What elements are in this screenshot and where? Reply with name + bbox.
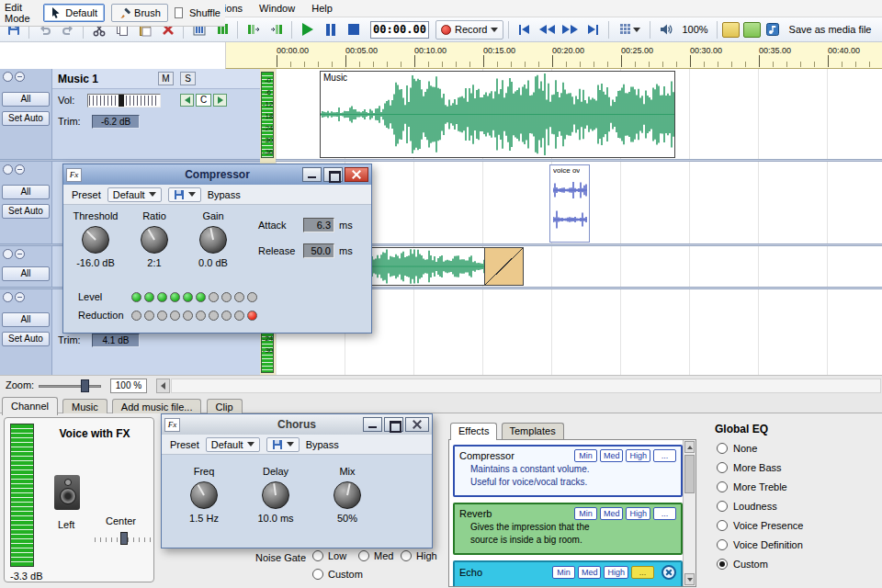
menu-window[interactable]: Window xyxy=(251,1,303,16)
timeline-ruler[interactable]: 00:00.00 00:05.00 00:10.00 00:15.00 00:2… xyxy=(225,42,882,69)
eq-option-none[interactable]: None xyxy=(717,443,757,454)
record-button[interactable]: Record xyxy=(435,20,503,40)
close-button[interactable] xyxy=(405,417,429,432)
track-1-all-button[interactable]: All xyxy=(2,92,50,107)
effect-high-button[interactable]: High xyxy=(626,449,650,462)
track-1-set-auto-button[interactable]: Set Auto xyxy=(2,111,50,126)
music-audio-clip[interactable]: Music xyxy=(320,71,675,158)
scroll-up-button[interactable] xyxy=(684,441,695,453)
master-volume-button[interactable] xyxy=(655,19,676,40)
maximize-button[interactable] xyxy=(323,167,343,182)
track-options-button[interactable] xyxy=(15,164,25,175)
menu-help[interactable]: Help xyxy=(303,1,341,16)
noise-gate-low-option[interactable]: Low xyxy=(312,550,346,561)
close-button[interactable] xyxy=(345,167,368,182)
noise-gate-med-option[interactable]: Med xyxy=(358,550,393,561)
pan-left-button[interactable] xyxy=(180,94,194,107)
play-button[interactable] xyxy=(297,19,318,40)
radio-icon[interactable] xyxy=(717,481,728,492)
radio-icon[interactable] xyxy=(717,501,728,512)
eq-option-voice-presence[interactable]: Voice Presence xyxy=(717,520,803,531)
zoom-value[interactable]: 100 % xyxy=(110,379,147,393)
track-4-all-button[interactable]: All xyxy=(2,312,50,327)
track-collapse-button[interactable] xyxy=(3,72,13,82)
track-options-button[interactable] xyxy=(15,72,25,82)
eq-option-more-treble[interactable]: More Treble xyxy=(717,481,787,492)
radio-icon[interactable] xyxy=(358,550,369,561)
noise-gate-custom-option[interactable]: Custom xyxy=(312,569,363,580)
zoom-slider-thumb[interactable] xyxy=(81,379,89,392)
punch-in-toggle[interactable] xyxy=(722,22,740,38)
pan-right-button[interactable] xyxy=(213,94,227,107)
radio-icon[interactable] xyxy=(717,462,728,473)
eq-option-voice-definition[interactable]: Voice Definition xyxy=(717,539,803,550)
radio-selected-icon[interactable] xyxy=(717,559,728,570)
track-1-mute-button[interactable]: M xyxy=(158,72,174,85)
radio-icon[interactable] xyxy=(717,520,728,531)
effect-min-button[interactable]: Min xyxy=(552,566,575,579)
horizontal-scrollbar[interactable] xyxy=(171,379,881,393)
tab-effects[interactable]: Effects xyxy=(450,423,497,440)
ratio-knob[interactable] xyxy=(141,226,168,254)
edit-mode-brush-button[interactable]: Brush xyxy=(111,4,168,22)
grid-snap-button[interactable] xyxy=(614,19,645,40)
effects-scrollbar[interactable] xyxy=(683,440,695,586)
effect-item-reverb[interactable]: Reverb Min Med High ... Gives the impres… xyxy=(453,503,683,555)
mix-knob[interactable] xyxy=(334,481,361,509)
eq-option-more-bass[interactable]: More Bass xyxy=(717,462,782,473)
pan-slider-thumb[interactable] xyxy=(120,532,128,545)
output-monitor-button[interactable] xyxy=(266,19,287,40)
effect-high-button[interactable]: High xyxy=(626,507,650,520)
delay-knob[interactable] xyxy=(262,481,289,509)
radio-icon[interactable] xyxy=(717,539,728,550)
tab-channel[interactable]: Channel xyxy=(2,397,58,415)
track-collapse-button[interactable] xyxy=(3,292,13,302)
save-media-button[interactable] xyxy=(763,19,784,40)
scrollbar-thumb[interactable] xyxy=(684,455,695,493)
edit-mode-default-button[interactable]: Default xyxy=(43,4,105,22)
voice-over-clip[interactable]: voice ov xyxy=(549,164,590,243)
preset-menu[interactable]: Preset xyxy=(170,439,199,450)
track-2-set-auto-button[interactable]: Set Auto xyxy=(2,204,50,219)
shuffle-checkbox[interactable] xyxy=(175,7,183,18)
track-1-name[interactable]: Music 1 xyxy=(58,73,98,85)
tab-templates[interactable]: Templates xyxy=(502,423,564,439)
eq-option-custom[interactable]: Custom xyxy=(717,559,768,570)
track-4-trim-value[interactable]: 4.1 dB xyxy=(92,334,140,347)
save-preset-button[interactable] xyxy=(266,437,300,452)
volume-slider-thumb[interactable] xyxy=(119,95,124,107)
scroll-down-button[interactable] xyxy=(684,573,695,585)
track-1-trim-value[interactable]: -6.2 dB xyxy=(92,115,140,129)
effect-med-button[interactable]: Med xyxy=(600,449,624,462)
track-options-button[interactable] xyxy=(15,249,25,259)
pan-center-indicator[interactable]: C xyxy=(196,94,211,107)
maximize-button[interactable] xyxy=(384,417,403,432)
save-preset-button[interactable] xyxy=(168,187,201,202)
fast-forward-button[interactable] xyxy=(560,19,581,40)
threshold-knob[interactable] xyxy=(82,226,109,254)
record-dropdown-arrow[interactable] xyxy=(491,28,498,32)
pause-button[interactable] xyxy=(320,19,341,40)
attack-value-field[interactable]: 6.3 xyxy=(303,218,334,232)
track-3-all-button[interactable]: All xyxy=(2,266,50,281)
preset-select[interactable]: Default xyxy=(107,187,162,202)
track-4-set-auto-button[interactable]: Set Auto xyxy=(2,332,50,346)
input-monitor-button[interactable] xyxy=(243,19,264,40)
effect-more-button[interactable]: ... xyxy=(653,449,676,462)
freq-knob[interactable] xyxy=(190,481,218,509)
gain-knob[interactable] xyxy=(199,226,227,254)
radio-icon[interactable] xyxy=(401,550,412,561)
effect-med-button[interactable]: Med xyxy=(600,507,624,520)
noise-gate-high-option[interactable]: High xyxy=(401,550,437,561)
grid-dropdown-arrow[interactable] xyxy=(633,28,640,32)
track-collapse-button[interactable] xyxy=(3,164,13,175)
stop-button[interactable] xyxy=(343,19,364,40)
track-1-solo-button[interactable]: S xyxy=(180,72,196,85)
compressor-titlebar[interactable]: Fx Compressor xyxy=(63,164,371,185)
preset-select[interactable]: Default xyxy=(206,437,260,452)
effect-high-button[interactable]: High xyxy=(604,566,628,579)
go-to-start-button[interactable] xyxy=(514,19,535,40)
bypass-menu[interactable]: Bypass xyxy=(306,439,339,450)
chorus-titlebar[interactable]: Fx Chorus xyxy=(162,414,432,435)
minimize-button[interactable] xyxy=(302,167,322,182)
